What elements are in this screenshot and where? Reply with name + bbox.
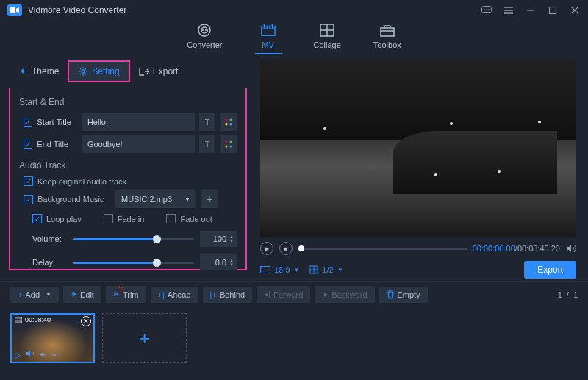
volume-icon[interactable]	[566, 244, 576, 253]
app-logo	[7, 4, 22, 16]
clip-effect-icon[interactable]: ✦	[39, 350, 46, 360]
add-button[interactable]: +Add▼	[10, 287, 59, 303]
clip-trim-icon[interactable]: ✂	[51, 350, 58, 360]
setting-form: Start & End ✓ Start Title T ✓ End Title …	[9, 88, 247, 270]
svg-point-5	[198, 24, 210, 36]
bg-music-checkbox[interactable]: ✓	[24, 195, 33, 204]
time-display: 00:00:00.00/00:08:40.20	[473, 244, 560, 253]
svg-point-2	[486, 9, 487, 10]
fadeout-checkbox[interactable]	[166, 214, 176, 223]
video-preview[interactable]	[260, 60, 576, 237]
end-title-checkbox[interactable]: ✓	[24, 140, 32, 149]
end-title-label: End Title	[37, 140, 77, 148]
ahead-button[interactable]: +|Ahead	[151, 287, 198, 303]
clip-play-icon[interactable]: ▷	[15, 350, 21, 360]
gear-icon	[78, 66, 88, 76]
close-icon[interactable]	[569, 4, 581, 16]
chevron-down-icon: ▼	[184, 196, 190, 203]
clip-thumbnail[interactable]: 00:08:40 ✕ ▷ ✦ ✂	[10, 313, 95, 363]
subtab-theme[interactable]: ✦ Theme	[9, 60, 68, 82]
svg-point-14	[225, 123, 227, 126]
stop-button[interactable]: ■	[279, 242, 293, 255]
end-title-font-button[interactable]: T	[199, 135, 216, 153]
converter-icon	[196, 22, 212, 38]
preview-pane: ▶ ■ 00:00:00.00/00:08:40.20 16:9▼ 1/2▼ E…	[257, 60, 588, 281]
page-dropdown[interactable]: 1/2▼	[309, 265, 343, 274]
svg-point-13	[229, 119, 232, 121]
settings-panel: ✦ Theme Setting Export Start & End ✓ Sta…	[0, 60, 257, 281]
svg-point-1	[484, 9, 485, 10]
subtab-setting-label: Setting	[92, 66, 119, 76]
page-value: 1/2	[322, 265, 333, 274]
fadein-checkbox[interactable]	[104, 214, 113, 223]
title-bar: Vidmore Video Converter	[0, 0, 588, 21]
empty-button[interactable]: Empty	[379, 287, 428, 303]
tab-converter[interactable]: Converter	[187, 22, 222, 54]
collage-icon	[319, 22, 335, 38]
theme-icon: ✦	[18, 66, 28, 76]
fadein-label: Fade in	[118, 215, 145, 223]
add-music-button[interactable]: +	[201, 190, 218, 208]
tab-toolbox[interactable]: Toolbox	[373, 22, 401, 54]
svg-rect-4	[550, 7, 556, 14]
tab-collage[interactable]: Collage	[314, 22, 341, 54]
bg-music-dropdown[interactable]: MUSIC 2.mp3 ▼	[115, 190, 196, 208]
start-title-color-button[interactable]	[220, 113, 237, 131]
edit-button[interactable]: ✦Edit	[63, 286, 101, 303]
clip-duration: 00:08:40	[25, 316, 51, 323]
volume-spinner[interactable]: 100▲▼	[200, 231, 237, 247]
svg-point-19	[229, 146, 232, 148]
play-button[interactable]: ▶	[260, 242, 273, 255]
forward-button[interactable]: ◂|Forward	[257, 286, 310, 303]
svg-point-7	[263, 24, 265, 26]
svg-point-16	[225, 141, 227, 143]
toolbox-icon	[379, 22, 395, 38]
remove-clip-button[interactable]: ✕	[81, 316, 91, 326]
start-title-font-button[interactable]: T	[199, 113, 216, 131]
subtab-setting[interactable]: Setting	[68, 60, 129, 82]
minimize-icon[interactable]	[525, 4, 537, 16]
app-name: Vidmore Video Converter	[28, 5, 126, 15]
timeline: 00:08:40 ✕ ▷ ✦ ✂ +	[0, 307, 588, 369]
start-title-checkbox[interactable]: ✓	[24, 118, 32, 127]
menu-icon[interactable]	[503, 4, 514, 16]
format-bar: 16:9▼ 1/2▼ Export	[260, 259, 576, 281]
delay-label: Delay:	[32, 258, 68, 267]
trash-icon	[387, 290, 395, 299]
export-button[interactable]: Export	[524, 261, 576, 279]
behind-button[interactable]: |+Behind	[203, 287, 253, 303]
backward-button[interactable]: |▸Backward	[315, 286, 374, 303]
trim-button[interactable]: ✂Trim	[106, 286, 146, 303]
svg-point-3	[488, 9, 490, 10]
keep-original-label: Keep original audio track	[37, 177, 126, 186]
seek-slider[interactable]	[298, 248, 467, 250]
annotation-arrow-icon: ↑	[118, 282, 124, 297]
svg-point-12	[225, 119, 227, 121]
svg-rect-20	[261, 267, 270, 273]
loop-checkbox[interactable]: ✓	[32, 214, 42, 223]
volume-label: Volume:	[32, 234, 68, 243]
feedback-icon[interactable]	[481, 4, 492, 16]
add-clip-button[interactable]: +	[102, 313, 187, 363]
aspect-dropdown[interactable]: 16:9▼	[260, 265, 299, 274]
subtab-export[interactable]: Export	[130, 60, 187, 82]
mv-icon	[260, 22, 276, 38]
maximize-icon[interactable]	[547, 4, 559, 16]
end-title-color-button[interactable]	[220, 135, 237, 153]
delay-spinner[interactable]: 0.0▲▼	[200, 254, 237, 270]
clip-mute-icon[interactable]	[26, 350, 35, 360]
loop-label: Loop play	[46, 215, 82, 223]
svg-rect-22	[15, 317, 22, 323]
start-title-input[interactable]	[82, 113, 195, 131]
tab-collage-label: Collage	[314, 40, 341, 49]
tab-mv-label: MV	[262, 40, 274, 49]
clip-toolbar: +Add▼ ✦Edit ✂Trim +|Ahead |+Behind ◂|For…	[0, 281, 588, 307]
volume-slider[interactable]	[74, 238, 194, 240]
end-title-input[interactable]	[82, 135, 195, 153]
aspect-value: 16:9	[274, 265, 290, 274]
svg-rect-6	[261, 26, 274, 36]
delay-slider[interactable]	[74, 262, 194, 264]
tab-mv[interactable]: MV	[255, 22, 282, 54]
keep-original-checkbox[interactable]: ✓	[24, 176, 33, 186]
delay-value: 0.0	[215, 258, 226, 267]
